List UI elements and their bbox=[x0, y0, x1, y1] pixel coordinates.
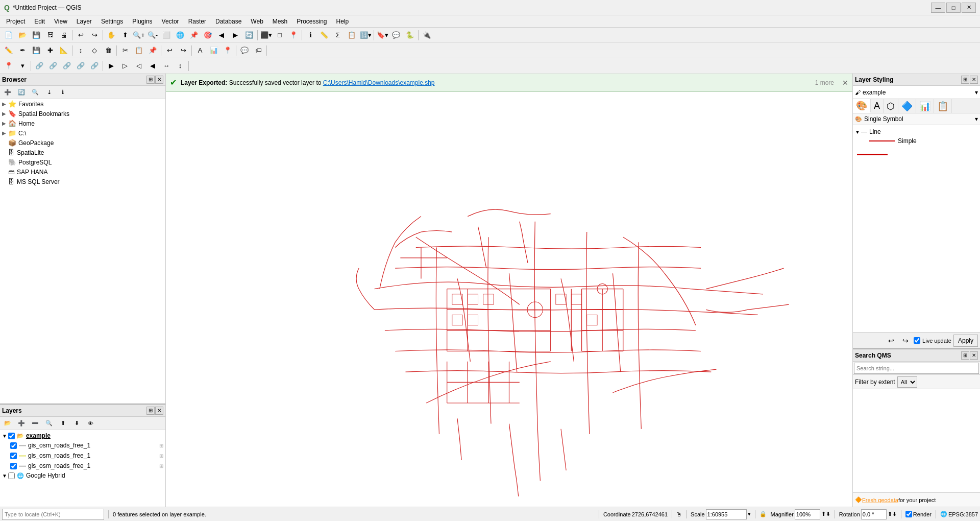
pan-button[interactable]: ✋ bbox=[105, 29, 118, 41]
python-button[interactable]: 🐍 bbox=[403, 29, 416, 41]
qms-float-button[interactable]: ⊞ bbox=[961, 351, 969, 360]
menu-view[interactable]: View bbox=[50, 17, 71, 26]
browser-item-postgresql[interactable]: 🐘 PostgreSQL bbox=[0, 157, 165, 167]
deselect-button[interactable]: □ bbox=[273, 29, 286, 41]
zoom-rubber-button[interactable]: ⬜ bbox=[160, 29, 173, 41]
add-feature-button[interactable]: ✚ bbox=[43, 44, 57, 57]
menu-processing[interactable]: Processing bbox=[292, 17, 331, 26]
layer-item-roads-3[interactable]: — gis_osm_roads_free_1 ⊞ bbox=[9, 461, 164, 471]
layers-visibility-button[interactable]: 👁 bbox=[84, 417, 97, 430]
layers-remove-button[interactable]: ➖ bbox=[29, 417, 42, 430]
adv-btn-12[interactable]: ↔ bbox=[160, 60, 173, 72]
statistics-button[interactable]: Σ bbox=[331, 29, 345, 41]
diagram-button[interactable]: 📊 bbox=[207, 44, 220, 57]
styling-history-fwd-button[interactable]: ↪ bbox=[899, 335, 912, 347]
adv-btn-7[interactable]: 🔗 bbox=[88, 60, 101, 72]
save-as-button[interactable]: 🖫 bbox=[43, 29, 57, 41]
current-edits-button[interactable]: ✏️ bbox=[2, 44, 15, 57]
layers-filter-button[interactable]: 🔍 bbox=[42, 417, 56, 430]
browser-item-geopackage[interactable]: 📦 GeoPackage bbox=[0, 138, 165, 148]
menu-mesh[interactable]: Mesh bbox=[268, 17, 291, 26]
undo-button[interactable]: ↩ bbox=[74, 29, 87, 41]
adv-btn-3[interactable]: 🔗 bbox=[33, 60, 46, 72]
scale-input[interactable] bbox=[706, 509, 747, 519]
select-button[interactable]: ⬛▾ bbox=[259, 29, 273, 41]
browser-info-button[interactable]: ℹ bbox=[56, 86, 69, 99]
menu-project[interactable]: Project bbox=[2, 17, 29, 26]
adv-btn-8[interactable]: ▶ bbox=[105, 60, 118, 72]
symbol-tree-line[interactable]: ▼ — Line bbox=[855, 127, 978, 136]
open-project-button[interactable]: 📂 bbox=[16, 29, 29, 41]
zoom-layer-button[interactable]: 📌 bbox=[187, 29, 201, 41]
layer-item-roads-1[interactable]: — gis_osm_roads_free_1 ⊞ bbox=[9, 440, 164, 451]
layers-close-button[interactable]: ✕ bbox=[155, 407, 163, 415]
menu-layer[interactable]: Layer bbox=[72, 17, 96, 26]
layer-roads-3-checkbox[interactable] bbox=[10, 463, 17, 469]
annotation-button[interactable]: 💬 bbox=[238, 44, 251, 57]
move-label-button[interactable]: 🏷 bbox=[252, 44, 265, 57]
menu-help[interactable]: Help bbox=[332, 17, 353, 26]
styling-history-back-button[interactable]: ↩ bbox=[885, 335, 897, 347]
redo-button[interactable]: ↪ bbox=[88, 29, 101, 41]
tips-button[interactable]: 💬 bbox=[389, 29, 403, 41]
adv-btn-11[interactable]: ◀ bbox=[146, 60, 159, 72]
browser-item-mssql[interactable]: 🗄 MS SQL Server bbox=[0, 177, 165, 186]
layer-item-roads-2[interactable]: — gis_osm_roads_free_1 ⊞ bbox=[9, 451, 164, 461]
browser-filter-button[interactable]: 🔍 bbox=[29, 86, 42, 99]
refresh-button[interactable]: 🔄 bbox=[242, 29, 256, 41]
layers-float-button[interactable]: ⊞ bbox=[146, 407, 155, 415]
adv-btn-5[interactable]: 🔗 bbox=[60, 60, 74, 72]
style-tab-3d[interactable]: 🔷 bbox=[898, 99, 916, 113]
layer-item-google-hybrid[interactable]: ▼ 🌐 Google Hybrid bbox=[1, 471, 164, 480]
notification-close-button[interactable]: ✕ bbox=[842, 79, 848, 87]
layer-google-hybrid-checkbox[interactable] bbox=[8, 472, 15, 479]
cut-features-button[interactable]: ✂ bbox=[118, 44, 132, 57]
print-button[interactable]: 🖨 bbox=[57, 29, 70, 41]
menu-edit[interactable]: Edit bbox=[30, 17, 49, 26]
layers-open-button[interactable]: 📂 bbox=[1, 417, 14, 430]
style-tab-diagrams[interactable]: 📊 bbox=[916, 99, 934, 113]
symbol-tree-simple[interactable]: Simple bbox=[863, 136, 978, 146]
plugins-button[interactable]: 🔌 bbox=[420, 29, 433, 41]
browser-item-bookmarks[interactable]: ▶ 🔖 Spatial Bookmarks bbox=[0, 109, 165, 119]
measure-button[interactable]: 📏 bbox=[317, 29, 331, 41]
digitize-button[interactable]: 📐 bbox=[57, 44, 70, 57]
layer-example-checkbox[interactable] bbox=[8, 433, 15, 439]
zoom-full-button[interactable]: 🌐 bbox=[174, 29, 187, 41]
menu-plugins[interactable]: Plugins bbox=[128, 17, 156, 26]
notification-path-link[interactable]: C:\Users\Hamid\Downloads\example.shp bbox=[323, 79, 435, 86]
label-pin-button[interactable]: 📍 bbox=[221, 44, 234, 57]
magnifier-input[interactable] bbox=[795, 509, 820, 519]
menu-web[interactable]: Web bbox=[247, 17, 267, 26]
paste-features-button[interactable]: 📌 bbox=[146, 44, 159, 57]
adv-btn-13[interactable]: ↕ bbox=[174, 60, 187, 72]
browser-close-button[interactable]: ✕ bbox=[155, 76, 163, 84]
browser-item-sap-hana[interactable]: 🗃 SAP HANA bbox=[0, 167, 165, 177]
toggle-edit-button[interactable]: ✒ bbox=[16, 44, 29, 57]
zoom-prev-button[interactable]: ◀ bbox=[215, 29, 228, 41]
field-calculator-button[interactable]: 🔢▾ bbox=[359, 29, 372, 41]
menu-database[interactable]: Database bbox=[211, 17, 246, 26]
styling-layer-select[interactable]: 🖌 example ▾ bbox=[853, 86, 980, 99]
menu-settings[interactable]: Settings bbox=[97, 17, 127, 26]
locate-input[interactable] bbox=[2, 509, 104, 520]
browser-refresh-button[interactable]: 🔄 bbox=[15, 86, 28, 99]
adv-btn-9[interactable]: ▷ bbox=[118, 60, 132, 72]
layer-roads-1-checkbox[interactable] bbox=[10, 442, 17, 449]
spatial-bookmark-button[interactable]: 🔖▾ bbox=[376, 29, 389, 41]
browser-item-c[interactable]: ▶ 📁 C:\ bbox=[0, 128, 165, 138]
browser-float-button[interactable]: ⊞ bbox=[146, 76, 155, 84]
menu-vector[interactable]: Vector bbox=[158, 17, 183, 26]
identify-button[interactable]: ℹ bbox=[304, 29, 317, 41]
browser-item-home[interactable]: ▶ 🏠 Home bbox=[0, 119, 165, 128]
qms-search-input[interactable] bbox=[854, 363, 979, 374]
adv-btn-1[interactable]: 📍 bbox=[2, 60, 15, 72]
layers-add-button[interactable]: ➕ bbox=[15, 417, 28, 430]
node-tool-button[interactable]: ◇ bbox=[88, 44, 101, 57]
close-button[interactable]: ✕ bbox=[962, 3, 976, 13]
zoom-next-button[interactable]: ▶ bbox=[229, 29, 242, 41]
move-feature-button[interactable]: ↕ bbox=[74, 44, 87, 57]
maximize-button[interactable]: □ bbox=[946, 3, 961, 13]
render-checkbox[interactable] bbox=[905, 511, 912, 517]
live-update-checkbox[interactable] bbox=[914, 337, 920, 344]
